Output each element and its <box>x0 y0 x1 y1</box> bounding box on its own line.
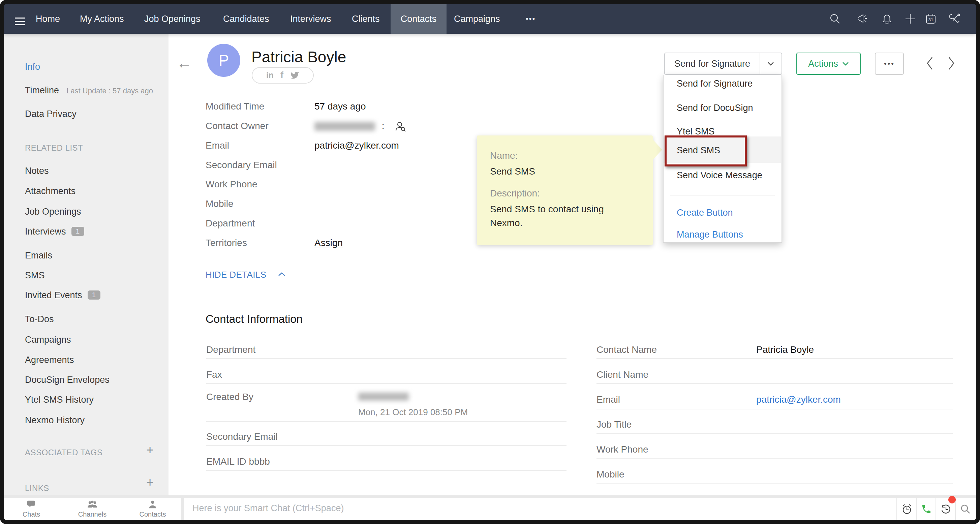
nav-item-clients[interactable]: Clients <box>352 14 380 24</box>
manage-buttons-link[interactable]: Manage Buttons <box>677 229 743 240</box>
hide-details-label: HIDE DETAILS <box>205 269 267 280</box>
previous-record-icon[interactable] <box>924 55 935 73</box>
nav-item-contacts-active[interactable]: Contacts <box>391 4 447 34</box>
menu-item-send-voice-message[interactable]: Send Voice Message <box>677 170 762 181</box>
chevron-up-icon <box>278 272 286 277</box>
menu-item-send-for-docusign[interactable]: Send for DocuSign <box>677 103 753 113</box>
nav-item-candidates[interactable]: Candidates <box>223 14 269 24</box>
sidebar-item-invited-events[interactable]: Invited Events1 <box>25 290 100 301</box>
sidebar-interviews-label: Interviews <box>25 226 66 237</box>
add-link-button[interactable]: + <box>146 475 154 490</box>
call-cell[interactable] <box>916 498 936 520</box>
tooltip-arrow <box>652 139 662 161</box>
plus-icon[interactable] <box>904 12 917 25</box>
chat-input-panel <box>184 498 976 520</box>
ci-label-created-by: Created By <box>206 392 358 402</box>
sidebar-timeline-meta: Last Update : 57 days ago <box>67 87 153 96</box>
channels-icon <box>87 500 98 509</box>
avatar[interactable]: P <box>207 44 240 77</box>
invited-events-count-badge: 1 <box>88 290 100 299</box>
sidebar-item-nexmo-history[interactable]: Nexmo History <box>25 415 84 425</box>
sidebar-item-emails[interactable]: Emails <box>25 250 52 261</box>
ci-label-secondary-email: Secondary Email <box>206 431 358 442</box>
twitter-bird-icon[interactable] <box>290 71 299 80</box>
chevron-down-icon <box>767 61 775 66</box>
more-options-button[interactable]: ••• <box>875 53 904 75</box>
bell-icon[interactable] <box>880 12 894 25</box>
nav-item-job-openings[interactable]: Job Openings <box>144 14 200 24</box>
ci-label-client-name: Client Name <box>597 370 756 380</box>
field-label-secondary-email: Secondary Email <box>205 160 314 170</box>
chevron-down-icon <box>842 62 849 66</box>
reminder-cell[interactable] <box>896 498 916 520</box>
field-label-modified-time: Modified Time <box>205 101 314 112</box>
sidebar-item-ytel-sms-history[interactable]: Ytel SMS History <box>25 395 94 405</box>
contacts-icon <box>148 500 157 509</box>
ci-label-job-title: Job Title <box>597 419 756 430</box>
sidebar-links-header: LINKS <box>25 484 49 493</box>
avatar-letter: P <box>219 51 229 69</box>
sidebar-associated-tags-header: ASSOCIATED TAGS <box>25 448 102 457</box>
sidebar-timeline-label: Timeline <box>25 85 59 96</box>
calendar-icon[interactable]: 31 <box>924 12 937 25</box>
hide-details-link[interactable]: HIDE DETAILS <box>205 269 286 280</box>
sidebar-related-list-header: RELATED LIST <box>25 143 83 153</box>
add-tag-button[interactable]: + <box>146 443 154 457</box>
sidebar-item-notes[interactable]: Notes <box>25 166 49 176</box>
sidebar-item-interviews[interactable]: Interviews1 <box>25 226 84 237</box>
split-button-chevron[interactable] <box>760 53 781 74</box>
hamburger-menu-icon[interactable] <box>15 15 25 28</box>
sidebar-item-data-privacy[interactable]: Data Privacy <box>25 109 76 119</box>
smart-chat-input[interactable] <box>192 503 698 514</box>
chat-search-cell[interactable] <box>955 498 975 520</box>
sidebar-item-agreements[interactable]: Agreements <box>25 355 74 365</box>
linkedin-icon[interactable]: in <box>266 70 274 80</box>
facebook-icon[interactable]: f <box>280 70 283 81</box>
sidebar-item-info[interactable]: Info <box>25 62 40 72</box>
chats-icon <box>26 500 37 509</box>
search-icon[interactable] <box>828 12 842 25</box>
nav-item-my-actions[interactable]: My Actions <box>80 14 124 24</box>
sidebar-item-docusign-envelopes[interactable]: DocuSign Envelopes <box>25 375 110 385</box>
contacts-tab[interactable]: Contacts <box>132 500 173 518</box>
menu-divider <box>670 195 775 196</box>
ci-value-email-link[interactable]: patricia@zylker.com <box>756 394 841 405</box>
announcement-icon[interactable] <box>855 12 869 25</box>
nav-item-home[interactable]: Home <box>36 14 60 24</box>
chats-tab[interactable]: Chats <box>11 500 52 518</box>
sidebar-item-sms[interactable]: SMS <box>25 270 45 281</box>
info-row: Contact NamePatricia Boyle <box>597 344 953 359</box>
info-row: Job Title <box>597 419 953 434</box>
sidebar-item-timeline[interactable]: Timeline Last Update : 57 days ago <box>25 85 153 96</box>
nav-overflow-icon[interactable]: ••• <box>526 14 536 23</box>
tools-icon[interactable] <box>948 12 961 25</box>
phone-icon <box>921 504 932 514</box>
page-title: Patricia Boyle <box>251 48 346 66</box>
assign-territories-link[interactable]: Assign <box>314 237 343 248</box>
info-row: Fax <box>206 370 566 384</box>
nav-item-campaigns[interactable]: Campaigns <box>454 14 500 24</box>
ci-label-mobile-right: Mobile <box>597 469 756 480</box>
field-value-email[interactable]: patricia@zylker.com <box>314 140 399 151</box>
channels-tab[interactable]: Channels <box>72 500 113 518</box>
section-title-contact-information: Contact Information <box>205 313 302 325</box>
sidebar-item-job-openings[interactable]: Job Openings <box>25 207 81 217</box>
field-label-work-phone: Work Phone <box>205 179 314 190</box>
create-button-link[interactable]: Create Button <box>677 207 733 218</box>
back-arrow-icon[interactable]: ← <box>177 54 192 72</box>
menu-item-send-for-signature[interactable]: Send for Signature <box>677 78 752 89</box>
tooltip-name-value: Send SMS <box>490 164 638 178</box>
actions-button[interactable]: Actions <box>796 53 861 75</box>
send-for-signature-button[interactable]: Send for Signature <box>664 53 782 75</box>
tooltip-description-label: Description: <box>490 188 540 199</box>
sidebar-item-campaigns[interactable]: Campaigns <box>25 334 71 345</box>
redacted-created-by <box>358 393 409 401</box>
tooltip-name-label: Name: <box>490 150 518 161</box>
sidebar-item-attachments[interactable]: Attachments <box>25 186 75 196</box>
change-owner-icon[interactable] <box>394 121 406 135</box>
nav-item-interviews[interactable]: Interviews <box>290 14 331 24</box>
next-record-icon[interactable] <box>946 55 957 73</box>
sidebar-item-to-dos[interactable]: To-Dos <box>25 314 54 325</box>
ci-label-fax: Fax <box>206 370 358 380</box>
search-icon <box>960 503 971 515</box>
